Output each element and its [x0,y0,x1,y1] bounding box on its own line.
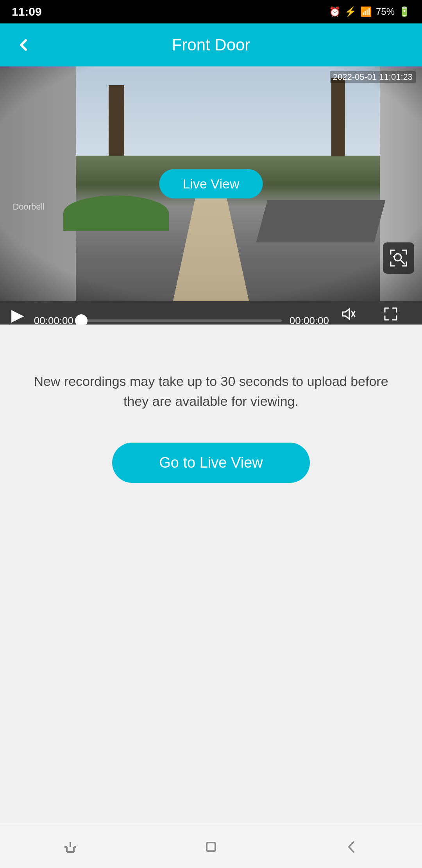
live-view-overlay-button[interactable]: Live View [159,169,263,199]
progress-thumb[interactable] [75,314,88,325]
status-time: 11:09 [12,5,42,18]
home-button[interactable] [195,831,227,863]
driveway [256,200,385,242]
video-controls: ▶ Play 00:00:00 00:00:00 Listen [0,301,422,325]
fullscreen-button[interactable]: Full Screen [369,307,413,325]
svg-rect-10 [207,843,215,851]
scan-icon [389,248,408,268]
go-to-live-view-button[interactable]: Go to Live View [112,443,309,483]
battery-icon: 🔋 [399,6,410,17]
time-end: 00:00:00 [290,315,329,325]
system-back-button[interactable] [336,831,367,863]
signal-icon: 📶 [360,6,372,17]
tree-right [320,78,359,164]
video-container: 2022-05-01 11:01:23 Doorbell Live View [0,66,422,325]
main-content: New recordings may take up to 30 seconds… [0,325,422,506]
progress-bar[interactable] [81,319,282,322]
recent-apps-button[interactable] [55,831,86,863]
alarm-icon: ⏰ [329,6,341,17]
bluetooth-icon: ⚡ [345,6,356,17]
info-text: New recordings may take up to 30 seconds… [23,371,399,411]
tree-left [93,85,140,163]
status-icons: ⏰ ⚡ 📶 75% 🔋 [329,6,410,17]
back-button[interactable] [12,33,35,57]
status-bar: 11:09 ⏰ ⚡ 📶 75% 🔋 [0,0,422,23]
play-icon: ▶ [11,307,24,323]
scan-zoom-button[interactable] [383,242,414,274]
mute-icon [341,307,356,324]
time-start: 00:00:00 [34,315,73,325]
play-label: Play [9,324,26,325]
doorbell-label: Doorbell [13,202,45,212]
svg-line-1 [401,260,404,264]
wall-left [0,66,76,301]
listen-button[interactable]: Listen [337,307,360,325]
video-timestamp: 2022-05-01 11:01:23 [330,71,416,83]
nav-bar: Front Door [0,23,422,66]
fullscreen-icon [383,307,398,324]
bottom-nav [0,825,422,868]
page-title: Front Door [172,36,250,54]
grass-left [63,195,169,231]
play-button[interactable]: ▶ Play [9,307,26,325]
video-frame: 2022-05-01 11:01:23 Doorbell Live View [0,66,422,301]
battery-text: 75% [376,6,395,17]
